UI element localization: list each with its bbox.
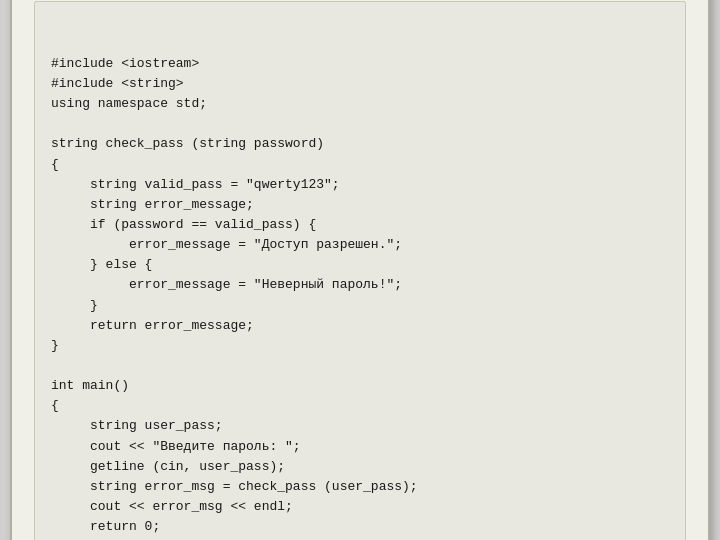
code-line: { — [51, 155, 669, 175]
code-line: error_message = "Неверный пароль!"; — [51, 275, 669, 295]
code-line — [51, 114, 669, 134]
code-block: #include <iostream>#include <string>usin… — [34, 1, 686, 540]
code-line: string user_pass; — [51, 416, 669, 436]
code-line — [51, 356, 669, 376]
code-line: } — [51, 296, 669, 316]
code-line: string check_pass (string password) — [51, 134, 669, 154]
code-line: if (password == valid_pass) { — [51, 215, 669, 235]
code-line: { — [51, 396, 669, 416]
code-line: cout << error_msg << endl; — [51, 497, 669, 517]
code-line: return error_message; — [51, 316, 669, 336]
code-line: string valid_pass = "qwerty123"; — [51, 175, 669, 195]
code-line: cout << "Введите пароль: "; — [51, 437, 669, 457]
code-line: using namespace std; — [51, 94, 669, 114]
code-line: return 0; — [51, 517, 669, 537]
code-line: } — [51, 336, 669, 356]
code-line: int main() — [51, 376, 669, 396]
code-line: getline (cin, user_pass); — [51, 457, 669, 477]
code-line: } else { — [51, 255, 669, 275]
slide-container: Пример функции, возвращающей значение пр… — [10, 0, 710, 540]
code-line: string error_message; — [51, 195, 669, 215]
code-line: string error_msg = check_pass (user_pass… — [51, 477, 669, 497]
code-line: #include <string> — [51, 74, 669, 94]
code-line: error_message = "Доступ разрешен."; — [51, 235, 669, 255]
code-line: #include <iostream> — [51, 54, 669, 74]
